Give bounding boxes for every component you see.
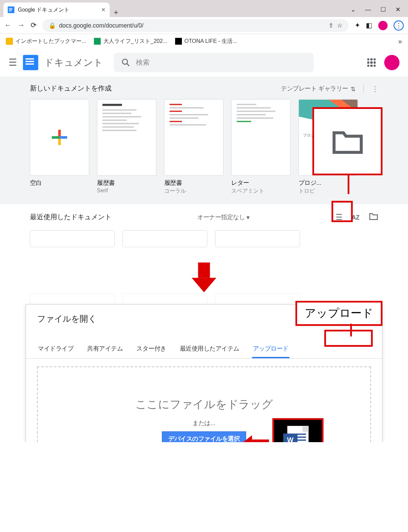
tab-shared[interactable]: 共有アイテム xyxy=(86,341,124,358)
tab-upload[interactable]: アップロード xyxy=(252,341,289,358)
bookmark-item[interactable]: 大人ライフ_リスト_202... xyxy=(94,37,167,45)
forward-icon[interactable]: → xyxy=(17,21,24,30)
word-icon: W xyxy=(287,426,309,442)
select-file-button[interactable]: デバイスのファイルを選択 xyxy=(162,431,246,442)
annotation-folder-highlight xyxy=(332,201,353,222)
sort-az-icon[interactable]: AZ xyxy=(352,214,359,221)
annotation-folder-zoom xyxy=(312,107,382,175)
template-resume-serif[interactable]: 履歴書 Serif xyxy=(97,99,156,195)
profile-avatar[interactable] xyxy=(378,21,388,30)
file-picker-icon[interactable] xyxy=(369,212,378,223)
doc-card[interactable] xyxy=(122,230,207,247)
url-field[interactable]: 🔒 docs.google.com/document/u/0/ ⇧ ☆ xyxy=(42,19,348,32)
annotation-connector xyxy=(350,324,352,337)
star-icon[interactable]: ☆ xyxy=(337,22,342,29)
extensions-icon[interactable]: ✦ xyxy=(355,21,360,30)
template-header: 新しいドキュメントを作成 xyxy=(30,84,112,93)
svg-rect-2 xyxy=(9,10,12,10)
template-gallery-button[interactable]: テンプレート ギャラリー ⇅ xyxy=(281,85,356,93)
plus-icon xyxy=(50,128,69,147)
docs-logo-icon[interactable] xyxy=(23,55,38,70)
annotation-arrow-left xyxy=(240,435,269,442)
svg-rect-3 xyxy=(9,11,12,11)
annotation-connector xyxy=(348,175,350,194)
browser-tab-strip: Google ドキュメント × + ⌄ — ☐ ✕ xyxy=(0,0,408,17)
recent-header: 最近使用したドキュメント xyxy=(30,213,112,222)
docs-favicon xyxy=(8,6,15,13)
doc-card[interactable] xyxy=(215,230,300,247)
tab-title: Google ドキュメント xyxy=(18,6,70,13)
lock-icon: 🔒 xyxy=(49,22,56,29)
svg-line-5 xyxy=(127,64,129,66)
annotation-arrow-down xyxy=(192,262,217,292)
tab-close-icon[interactable]: × xyxy=(101,6,105,14)
doc-card[interactable] xyxy=(30,230,115,247)
bookmark-item[interactable]: OTONA LIFE - 生活... xyxy=(175,37,237,45)
unfold-icon: ⇅ xyxy=(351,85,356,92)
site-icon xyxy=(175,38,182,45)
template-blank[interactable]: 空白 xyxy=(30,99,89,195)
tab-starred[interactable]: スター付き xyxy=(136,341,167,358)
svg-rect-1 xyxy=(9,8,12,9)
browser-tab[interactable]: Google ドキュメント × xyxy=(3,3,110,17)
user-avatar[interactable] xyxy=(384,55,400,70)
apps-icon[interactable] xyxy=(367,58,376,67)
search-input[interactable]: 検索 xyxy=(114,53,314,72)
chevron-down-icon[interactable]: ⌄ xyxy=(351,6,356,13)
back-icon[interactable]: ← xyxy=(4,21,12,30)
docs-header: ☰ ドキュメント 検索 xyxy=(0,49,408,77)
svg-point-4 xyxy=(122,59,128,64)
panel-icon[interactable]: ◧ xyxy=(366,21,372,30)
tab-my-drive[interactable]: マイドライブ xyxy=(37,341,74,358)
new-tab-button[interactable]: + xyxy=(110,8,123,17)
annotation-docx-file: W オトナライフ.docx xyxy=(272,418,323,442)
maximize-icon[interactable]: ☐ xyxy=(380,6,386,13)
close-window-icon[interactable]: ✕ xyxy=(395,6,401,13)
drop-or: または... xyxy=(192,419,215,427)
owner-filter[interactable]: オーナー指定なし ▾ xyxy=(197,213,250,221)
search-icon xyxy=(122,58,130,67)
reload-icon[interactable]: ⟳ xyxy=(31,21,37,30)
share-icon[interactable]: ⇧ xyxy=(328,22,334,29)
tab-recent[interactable]: 最近使用したアイテム xyxy=(179,341,240,358)
url-text: docs.google.com/document/u/0/ xyxy=(59,22,143,29)
svg-rect-9 xyxy=(52,136,60,139)
menu-icon[interactable]: ☰ xyxy=(8,57,17,68)
chrome-menu-icon[interactable]: ⋮ xyxy=(394,20,404,30)
sheets-icon xyxy=(94,38,101,45)
minimize-icon[interactable]: — xyxy=(365,6,371,13)
drop-zone[interactable]: ここにファイルをドラッグ または... デバイスのファイルを選択 W オトナライ… xyxy=(37,366,371,442)
bookmark-item[interactable]: インポートしたブックマー... xyxy=(6,37,86,45)
url-bar: ← → ⟳ 🔒 docs.google.com/document/u/0/ ⇧ … xyxy=(0,17,408,34)
folder-icon xyxy=(330,127,364,155)
bookmark-bar: インポートしたブックマー... 大人ライフ_リスト_202... OTONA L… xyxy=(0,34,408,49)
template-resume-coral[interactable]: 履歴書 コーラル xyxy=(164,99,224,195)
drop-title: ここにファイルをドラッグ xyxy=(135,397,273,412)
app-title: ドキュメント xyxy=(44,56,103,69)
more-icon[interactable]: ⋮ xyxy=(363,85,378,93)
annotation-upload-tab-highlight xyxy=(324,330,373,347)
recent-section: 最近使用したドキュメント オーナー指定なし ▾ ☰ AZ xyxy=(0,204,408,255)
dropdown-icon: ▾ xyxy=(247,214,250,221)
template-section: 新しいドキュメントを作成 テンプレート ギャラリー ⇅ ⋮ 空白 履歴書 Ser… xyxy=(0,77,408,204)
folder-icon xyxy=(6,38,13,45)
template-letter[interactable]: レター スペアミント xyxy=(231,99,291,195)
bookmark-overflow-icon[interactable]: » xyxy=(398,37,402,45)
annotation-upload-callout: アップロード xyxy=(295,301,382,326)
